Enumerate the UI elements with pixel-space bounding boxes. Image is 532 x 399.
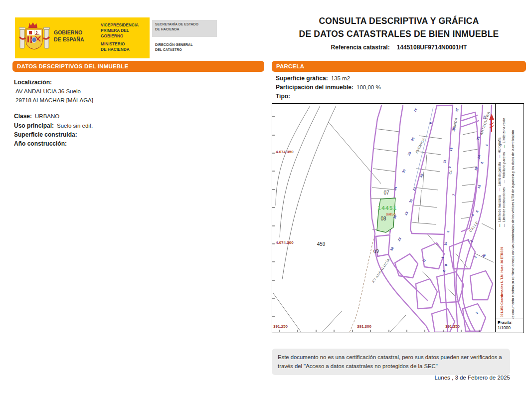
legend-item: — Límite de parcela [498, 162, 501, 191]
house-number-label: 26 [410, 137, 415, 142]
house-number-label: 36 [392, 214, 397, 219]
utm-coordinate-label: 4.074.350 [276, 150, 294, 154]
parcel-id-label: 07 [383, 190, 389, 196]
utm-coordinates-note: 391.350 Coordenadas U.T.M. Huso 30 ETRS8… [500, 247, 504, 317]
title-line2: DE DATOS CATASTRALES DE BIEN INMUEBLE [277, 29, 521, 39]
house-number-label: 38 [389, 246, 394, 251]
uso-principal-field: Uso principal:Suelo sin edif. [14, 122, 93, 129]
parcel-id-label: 08 [380, 216, 386, 221]
legend-swatch: — [498, 224, 501, 227]
spain-coat-of-arms-icon [19, 21, 50, 55]
cadastral-reference: Referencia catastral:1445108UF9714N0001H… [277, 44, 521, 51]
address-line1: AV ANDALUCIA 36 Suelo [15, 88, 81, 94]
localizacion-label: Localización: [14, 79, 52, 86]
house-number-label: 2 [480, 161, 484, 164]
legend-swatch: — [502, 180, 506, 183]
cadastral-map: AVENIDARONDACLANTEQUERACALLEAV ANDALUCÍA… [272, 103, 524, 333]
reference-label: Referencia catastral: [331, 44, 390, 51]
house-number-label: 5 [473, 255, 477, 259]
legend-swatch: — [502, 145, 506, 148]
document-title: CONSULTA DESCRIPTIVA Y GRÁFICA DE DATOS … [277, 16, 521, 51]
parcel-id-label: 09 [373, 248, 379, 254]
participacion-field: Participación del inmueble:100,00 % [276, 84, 381, 91]
house-number-label: 6 [475, 209, 479, 213]
house-number-label: 3 [446, 230, 450, 233]
parcel-subdivision-lines [322, 129, 494, 332]
ministerio-label: MINISTERIO DE HACIENDA [101, 41, 130, 52]
legend-item: — Límite zona verde [502, 118, 506, 148]
house-number-label: 15 [408, 199, 413, 203]
house-number-label: 2 [475, 311, 479, 315]
house-number-label: 13 [449, 147, 453, 152]
house-number-label: 23 [397, 237, 402, 242]
clase-field: Clase:URBANO [14, 113, 59, 120]
house-number-label: 8 [444, 264, 448, 266]
house-number-label: 9 [448, 166, 452, 169]
utm-coordinate-label: 391.350 [445, 324, 460, 329]
utm-coordinate-label: 4.074.300 [276, 240, 294, 245]
house-number-label: 4 [485, 144, 489, 147]
scale-value: 1/1000 [498, 325, 521, 330]
superficie-grafica-field: Superficie gráfica:135 m2 [276, 75, 350, 82]
house-number-label: 11 [442, 159, 446, 164]
legend-swatch: — [498, 155, 501, 158]
certification-note: Este documento electrónico contiene anex… [511, 130, 515, 322]
direccion-general-catastro-label: DIRECCIÓN GENERAL DEL CATASTRO [155, 42, 192, 52]
legend-item: — Límite de construcciones [502, 187, 506, 227]
reference-value: 1445108UF9714N0001HT [397, 44, 467, 51]
legend-swatch: — [498, 188, 501, 191]
disclaimer-box: Este documento no es una certificación c… [272, 349, 510, 375]
house-number-label: 30 [401, 169, 406, 174]
map-legend-strip: — Límite de manzana— Límite de parcela— … [495, 104, 523, 332]
house-number-label: 15 [477, 184, 481, 189]
house-number-label: 13 [404, 211, 409, 216]
parcel-id-label: 14451 [377, 205, 397, 211]
legend-item: — Mobiliario y aceras [502, 152, 506, 184]
house-number-label: 34 [393, 186, 397, 191]
parcel-id-label: 459 [317, 241, 326, 247]
title-line1: CONSULTA DESCRIPTIVA Y GRÁFICA [277, 16, 521, 26]
legend-swatch: — [502, 224, 506, 227]
house-number-label: 16 [413, 108, 418, 113]
house-number-label: 10 [443, 241, 447, 246]
legend-item: — Límite de manzana [498, 195, 501, 227]
house-number-label: 11 [421, 258, 426, 263]
house-number-label: 25 [407, 151, 412, 156]
street-name-label: CL [448, 169, 453, 175]
house-number-label: 20 [481, 253, 486, 258]
scale-label: Escala: [498, 320, 521, 325]
street-name-label: AV ANDALUCÍA [371, 257, 391, 283]
superficie-construida-field: Superficie construida: [14, 131, 80, 138]
house-number-label: 17 [455, 108, 459, 112]
secretaria-estado-label: SECRETARÍA DE ESTADO DE HACIENDA [152, 20, 217, 37]
utm-coordinate-label: 391.250 [273, 324, 288, 329]
utm-coordinate-label: 391.300 [357, 324, 371, 329]
cadastral-document-page: GOBIERNO DE ESPAÑA VICEPRESIDENCIA PRIME… [0, 0, 532, 399]
anio-construccion-field: Año construcción: [14, 140, 70, 147]
house-number-label: 23 [476, 136, 480, 141]
house-number-label: 24 [477, 155, 481, 159]
document-date: Lunes , 3 de Febrero de 2025 [272, 375, 510, 381]
legend-rows: — Límite de manzana— Límite de parcela— … [497, 114, 507, 227]
legend-item: — Hidrografía [498, 138, 501, 158]
logo-yellow-panel: GOBIERNO DE ESPAÑA VICEPRESIDENCIA PRIME… [15, 17, 150, 58]
section-header-datos-descriptivos: DATOS DESCRIPTIVOS DEL INMUEBLE [12, 61, 264, 72]
scale-box: Escala: 1/1000 [496, 319, 523, 332]
tipo-field: Tipo: [276, 93, 293, 100]
house-number-label: 7 [452, 193, 456, 196]
address-line2: 29718 ALMACHAR [MÁLAGA] [15, 97, 93, 103]
government-logo: GOBIERNO DE ESPAÑA VICEPRESIDENCIA PRIME… [15, 17, 214, 58]
dashed-boundary-line [350, 235, 374, 332]
vicepresidencia-label: VICEPRESIDENCIA PRIMERA DEL GOBIERNO [101, 22, 150, 39]
map-canvas: AVENIDARONDACLANTEQUERACALLEAV ANDALUCÍA… [272, 104, 495, 332]
gobierno-espana-label: GOBIERNO DE ESPAÑA [54, 29, 84, 43]
section-header-parcela: PARCELA [272, 61, 526, 72]
